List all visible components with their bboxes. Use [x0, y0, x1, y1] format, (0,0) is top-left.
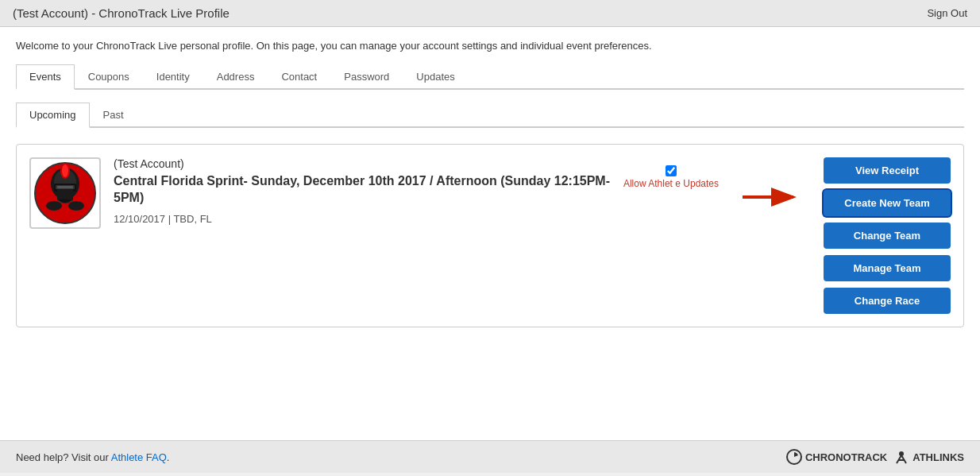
chronotrack-icon [786, 449, 802, 465]
event-account: (Test Account) [114, 157, 611, 170]
tab-contact[interactable]: Contact [268, 64, 330, 90]
athlinks-logo: ATHLINKS [893, 449, 964, 465]
page-title: (Test Account) - ChronoTrack Live Profil… [13, 6, 230, 20]
event-info: (Test Account) Central Florida Sprint- S… [114, 157, 611, 225]
footer-logos: CHRONOTRACK ATHLINKS [786, 449, 964, 465]
athlinks-icon [893, 449, 909, 465]
main-tabs: Events Coupons Identity Address Contact … [16, 64, 964, 90]
athlinks-label: ATHLINKS [912, 451, 964, 463]
tab-password[interactable]: Password [330, 64, 403, 90]
arrow-container [739, 181, 803, 213]
sub-tab-past[interactable]: Past [90, 103, 137, 128]
event-logo [29, 157, 101, 229]
athlete-faq-link[interactable]: Athlete FAQ [111, 451, 167, 463]
footer: Need help? Visit our Athlete FAQ. CHRONO… [0, 440, 980, 473]
tab-events[interactable]: Events [16, 64, 75, 90]
spartan-logo-svg [33, 161, 97, 225]
footer-help: Need help? Visit our Athlete FAQ. [16, 451, 169, 463]
checkbox-area: Allow Athlet e Updates [623, 165, 719, 191]
tab-identity[interactable]: Identity [143, 64, 203, 90]
event-card: (Test Account) Central Florida Sprint- S… [16, 144, 964, 327]
change-team-button[interactable]: Change Team [824, 223, 951, 249]
svg-point-10 [68, 201, 84, 211]
change-race-button[interactable]: Change Race [824, 288, 951, 314]
tab-coupons[interactable]: Coupons [75, 64, 143, 90]
tab-updates[interactable]: Updates [403, 64, 468, 90]
welcome-text: Welcome to your ChronoTrack Live persona… [16, 40, 964, 52]
svg-rect-8 [57, 186, 73, 188]
main-content: Welcome to your ChronoTrack Live persona… [0, 27, 980, 440]
svg-point-9 [46, 201, 62, 211]
tab-address[interactable]: Address [203, 64, 268, 90]
create-new-team-button[interactable]: Create New Team [824, 190, 951, 216]
sub-tabs: Upcoming Past [16, 103, 964, 128]
checkbox-label: Allow Athlet e Updates [623, 178, 719, 191]
svg-rect-6 [57, 188, 73, 201]
header: (Test Account) - ChronoTrack Live Profil… [0, 0, 980, 27]
chronotrack-logo: CHRONOTRACK [786, 449, 887, 465]
svg-point-5 [62, 164, 68, 177]
arrow-icon [739, 181, 803, 213]
manage-team-button[interactable]: Manage Team [824, 255, 951, 281]
allow-athlete-updates-checkbox[interactable] [666, 165, 677, 176]
chronotrack-label: CHRONOTRACK [805, 451, 887, 463]
sign-out-link[interactable]: Sign Out [927, 7, 967, 19]
action-buttons: View Receipt Create New Team Change Team… [824, 157, 951, 314]
event-date: 12/10/2017 | TBD, FL [114, 213, 611, 225]
sub-tab-upcoming[interactable]: Upcoming [16, 103, 90, 128]
view-receipt-button[interactable]: View Receipt [824, 157, 951, 184]
event-name: Central Florida Sprint- Sunday, December… [114, 173, 611, 207]
